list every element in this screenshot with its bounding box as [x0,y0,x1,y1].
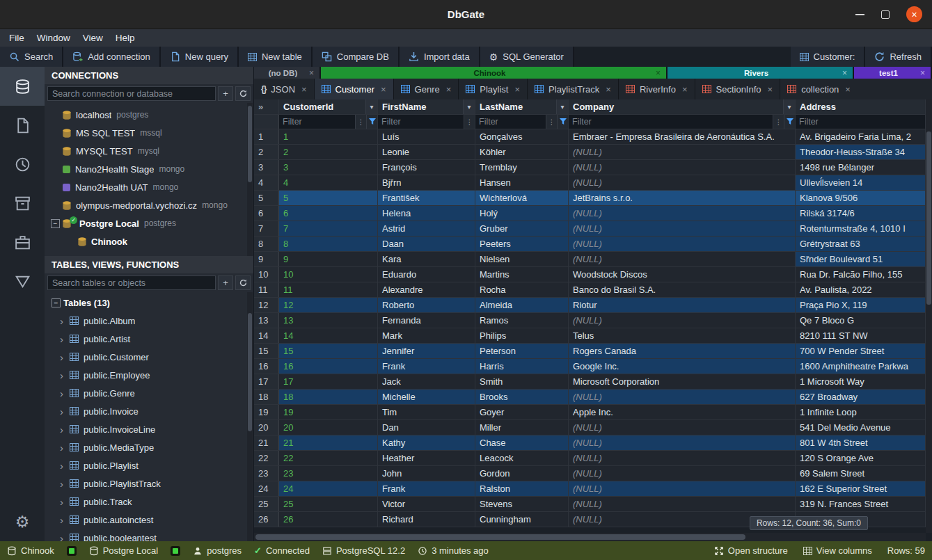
table-row[interactable]: 5 5 František Wichterlová JetBrains s.r.… [254,191,926,206]
cell-company[interactable]: Apple Inc. [569,405,796,419]
cell-customerid[interactable]: 3 [279,160,378,175]
table-row[interactable]: 18 18 Michelle Brooks (NULL) 627 Broadwa… [254,390,926,405]
table-row[interactable]: 8 8 Daan Peeters (NULL) Grétrystraat 63 [254,237,926,252]
tab[interactable]: {} RiverInfo × [619,79,695,99]
sidebar-table-item[interactable]: › public.Album [45,312,253,330]
cell-lastname[interactable]: Cunningham [475,512,569,527]
cell-customerid[interactable]: 11 [279,282,378,297]
table-row[interactable]: 15 15 Jennifer Peterson Rogers Canada 70… [254,344,926,359]
filter-input-address[interactable] [796,115,925,129]
cell-customerid[interactable]: 17 [279,374,378,389]
cell-company[interactable]: (NULL) [569,252,796,266]
cell-lastname[interactable]: Philips [475,328,569,343]
chevron-right-icon[interactable]: › [60,388,70,399]
chevron-down-icon[interactable]: ▾ [365,99,377,114]
row-number[interactable]: 19 [254,405,279,419]
grid-corner[interactable]: » [254,99,279,114]
cell-address[interactable]: 627 Broadway [796,390,926,404]
cell-address[interactable]: 8210 111 ST NW [796,328,926,343]
cell-customerid[interactable]: 2 [279,145,378,159]
chevron-right-icon[interactable]: › [60,533,70,542]
cell-lastname[interactable]: Peterson [475,344,569,358]
cell-company[interactable]: (NULL) [569,497,796,511]
row-number[interactable]: 8 [254,237,279,251]
sidebar-table-item[interactable]: › public.Artist [45,330,253,348]
cell-customerid[interactable]: 12 [279,298,378,312]
cell-firstname[interactable]: Richard [378,512,475,527]
sidebar-table-item[interactable]: › public.MediaType [45,438,253,456]
row-number[interactable]: 26 [254,512,279,527]
cell-customerid[interactable]: 18 [279,390,378,404]
chevron-right-icon[interactable]: › [60,424,70,435]
table-row[interactable]: 7 7 Astrid Gruber (NULL) Rotenturmstraße… [254,221,926,237]
table-row[interactable]: 21 21 Kathy Chase (NULL) 801 W 4th Stree… [254,435,926,451]
db-group-test1[interactable]: test1 × [854,67,932,79]
funnel-icon[interactable] [366,115,377,129]
search-button[interactable]: Search [0,47,63,67]
row-number[interactable]: 21 [254,435,279,450]
table-row[interactable]: 20 20 Dan Miller (NULL) 541 Del Medio Av… [254,420,926,435]
db-group-rivers[interactable]: Rivers × [668,67,854,79]
cell-firstname[interactable]: Jack [378,374,475,389]
row-number[interactable]: 17 [254,374,279,389]
table-row[interactable]: 3 3 François Tremblay (NULL) 1498 rue Bé… [254,160,926,175]
cell-customerid[interactable]: 22 [279,451,378,465]
refresh-button[interactable]: Refresh [865,47,932,67]
filter-input-company[interactable] [569,115,773,129]
cell-company[interactable]: (NULL) [569,175,796,190]
minimize-icon[interactable] [855,14,864,15]
chevron-down-icon[interactable]: ▾ [463,99,475,114]
table-row[interactable]: 6 6 Helena Holý (NULL) Rilská 3174/6 [254,206,926,221]
cell-lastname[interactable]: Almeida [475,298,569,312]
refresh-icon[interactable] [235,86,251,101]
filter-input-firstname[interactable] [378,115,464,129]
close-icon[interactable]: × [379,84,386,95]
chevron-right-icon[interactable]: › [60,497,70,507]
cell-address[interactable]: Rotenturmstraße 4, 1010 I [796,221,926,236]
cell-customerid[interactable]: 25 [279,497,378,511]
chevron-right-icon[interactable]: › [60,442,70,453]
cell-company[interactable]: Microsoft Corporation [569,374,796,389]
cell-customerid[interactable]: 10 [279,267,378,282]
new-query-button[interactable]: New query [161,47,239,67]
maximize-icon[interactable] [881,10,890,19]
table-row[interactable]: 22 22 Heather Leacock (NULL) 120 S Orang… [254,451,926,466]
close-icon[interactable]: × [906,6,922,22]
row-number[interactable]: 24 [254,481,279,496]
table-row[interactable]: 4 4 Bjřrn Hansen (NULL) Ullevĺlsveien 14 [254,175,926,191]
cell-company[interactable]: Google Inc. [569,359,796,374]
chevron-down-icon[interactable]: ▾ [556,99,568,114]
close-icon[interactable]: × [445,84,452,95]
current-table-button[interactable]: Customer: [791,47,866,67]
sidebar-table-item[interactable]: › public.InvoiceLine [45,420,253,438]
cell-address[interactable]: Rilská 3174/6 [796,206,926,221]
close-icon[interactable]: × [604,84,611,95]
refresh-icon[interactable] [235,275,251,290]
cell-customerid[interactable]: 7 [279,221,378,236]
row-number[interactable]: 13 [254,313,279,328]
column-header-customerid[interactable]: CustomerId ▾ [279,99,378,114]
close-icon[interactable]: × [513,84,520,95]
row-number[interactable]: 14 [254,328,279,343]
sidebar-table-item[interactable]: › public.booleantest [45,529,253,541]
connection-item[interactable]: − ✓ Nano2Health UAT mongo [45,178,253,196]
cell-firstname[interactable]: Kathy [378,435,475,450]
table-row[interactable]: 24 24 Frank Ralston (NULL) 162 E Superio… [254,481,926,497]
filter-menu-icon[interactable]: ⋮ [355,115,366,129]
table-row[interactable]: 11 11 Alexandre Rocha Banco do Brasil S.… [254,282,926,298]
collapse-icon[interactable]: − [51,219,60,228]
tables-group[interactable]: − Tables (13) [45,294,253,312]
cell-firstname[interactable]: Dan [378,420,475,435]
table-row[interactable]: 17 17 Jack Smith Microsoft Corporation 1… [254,374,926,390]
cell-lastname[interactable]: Peeters [475,237,569,251]
chevron-right-icon[interactable]: › [60,515,70,525]
open-structure-button[interactable]: Open structure [714,545,788,556]
menu-view[interactable]: View [77,33,109,43]
cell-address[interactable]: Rua Dr. Falcão Filho, 155 [796,267,926,282]
cell-firstname[interactable]: František [378,191,475,205]
cell-company[interactable]: JetBrains s.r.o. [569,191,796,205]
row-number[interactable]: 6 [254,206,279,221]
cell-company[interactable]: Rogers Canada [569,344,796,358]
cell-company[interactable]: (NULL) [569,237,796,251]
cell-company[interactable]: (NULL) [569,451,796,465]
